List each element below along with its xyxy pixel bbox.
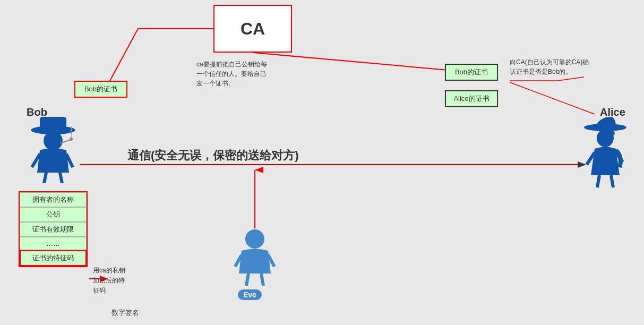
main-canvas: CA ca要提前把自己公钥给每一个信任的人。要给自己发一个证书。 向CA(自己认… [0,0,644,325]
svg-point-7 [44,131,63,150]
ca-description: ca要提前把自己公钥给每一个信任的人。要给自己发一个证书。 [196,59,271,88]
cert-row-pubkey: 公钥 [20,207,87,222]
svg-rect-6 [40,117,66,132]
svg-point-13 [70,138,73,141]
ca-box: CA [213,5,292,53]
svg-line-2 [510,82,595,114]
ca-label: CA [241,19,265,39]
cert-row-dots: …… [20,237,87,250]
alice-figure [581,114,629,189]
svg-line-24 [246,273,248,286]
cert-row-validity: 证书有效期限 [20,222,87,237]
bob-cert-top: Bob的证书 [74,81,127,98]
bob-cert-right: Bob的证书 [445,64,498,81]
svg-point-21 [245,229,264,249]
alice-cert-right: Alice的证书 [445,90,498,107]
svg-point-16 [606,130,615,136]
cert-row-owner: 拥有者的名称 [20,192,87,207]
bob-figure [29,114,77,183]
communication-label: 通信(安全无误，保密的送给对方) [127,148,299,164]
svg-line-10 [44,173,46,183]
svg-line-1 [253,53,471,72]
svg-line-20 [611,175,613,187]
svg-line-25 [261,273,263,286]
digital-sig-label: 数字签名 [111,308,139,318]
svg-line-19 [597,175,599,187]
cert-table: 拥有者的名称 公钥 证书有效期限 …… 证书的特征码 [19,191,88,267]
sig-description: 用ca的私钥加密后的特征码 [93,266,125,296]
eve-label: Eve [238,289,262,300]
eve-figure [234,228,276,287]
svg-line-11 [60,173,62,183]
cert-row-sig: 证书的特征码 [20,250,87,266]
alice-description: 向CA(自己认为可靠的CA)确认证书是否是Bob的。 [510,57,595,76]
